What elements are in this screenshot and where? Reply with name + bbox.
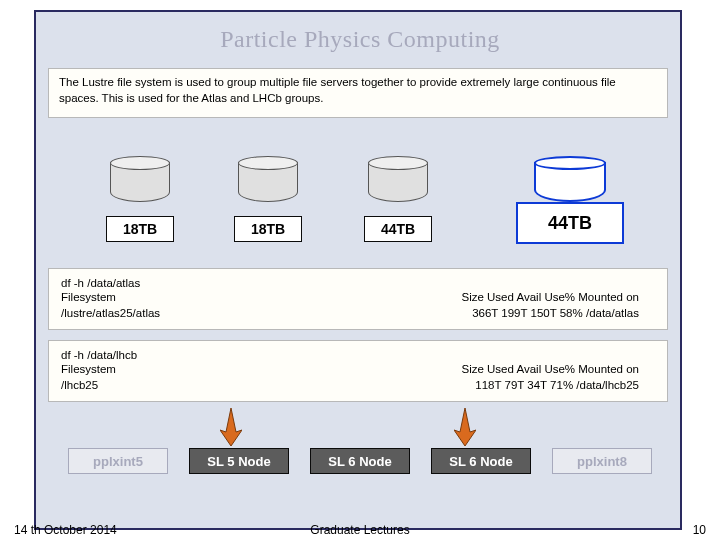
capacity-box: 18TB [106, 216, 174, 242]
df-output-lhcb: df -h /data/lhcb Filesystem Size Used Av… [48, 340, 668, 402]
footer: 14 th October 2014 Graduate Lectures 10 [14, 523, 706, 537]
footer-page: 10 [693, 523, 706, 537]
capacity-label: 18TB [123, 221, 157, 237]
intro-text: The Lustre file system is used to group … [59, 76, 616, 104]
arrow-icon [220, 406, 242, 446]
node-label: SL 6 Node [449, 454, 512, 469]
storage-cylinder [238, 156, 298, 202]
storage-cylinder [110, 156, 170, 202]
df-output-atlas: df -h /data/atlas Filesystem Size Used A… [48, 268, 668, 330]
storage-cylinder-highlight [534, 156, 606, 202]
footer-center: Graduate Lectures [310, 523, 409, 537]
arrow-icon [454, 406, 476, 446]
node-sl6: SL 6 Node [431, 448, 531, 474]
node-label: SL 5 Node [207, 454, 270, 469]
capacity-label: 18TB [251, 221, 285, 237]
slide-title: Particle Physics Computing [0, 26, 720, 53]
slide: Particle Physics Computing The Lustre fi… [0, 0, 720, 540]
node-label: pplxint5 [93, 454, 143, 469]
footer-date: 14 th October 2014 [14, 523, 117, 537]
storage-cylinder [368, 156, 428, 202]
capacity-box: 44TB [364, 216, 432, 242]
col-headers: Size Used Avail Use% Mounted on [462, 291, 640, 303]
node-sl5: SL 5 Node [189, 448, 289, 474]
fs-values: 118T 79T 34T 71% /data/lhcb25 [475, 379, 639, 391]
capacity-label: 44TB [381, 221, 415, 237]
node-label: pplxint8 [577, 454, 627, 469]
capacity-box-highlight: 44TB [516, 202, 624, 244]
cmd-line: df -h /data/lhcb [61, 349, 655, 361]
node-sl6: SL 6 Node [310, 448, 410, 474]
node-label: SL 6 Node [328, 454, 391, 469]
node-pplxint5: pplxint5 [68, 448, 168, 474]
node-pplxint8: pplxint8 [552, 448, 652, 474]
fs-path: /lustre/atlas25/atlas [61, 307, 160, 319]
intro-text-box: The Lustre file system is used to group … [48, 68, 668, 118]
col-headers: Size Used Avail Use% Mounted on [462, 363, 640, 375]
capacity-box: 18TB [234, 216, 302, 242]
col-filesystem: Filesystem [61, 363, 116, 375]
col-filesystem: Filesystem [61, 291, 116, 303]
node-row: pplxint5 SL 5 Node SL 6 Node SL 6 Node p… [68, 448, 652, 474]
cmd-line: df -h /data/atlas [61, 277, 655, 289]
fs-values: 366T 199T 150T 58% /data/atlas [472, 307, 639, 319]
fs-path: /lhcb25 [61, 379, 98, 391]
capacity-label: 44TB [548, 213, 592, 234]
